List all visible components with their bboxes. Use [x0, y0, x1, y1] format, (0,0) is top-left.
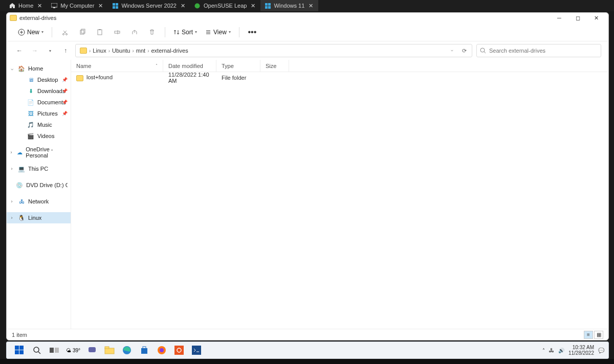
- window-titlebar[interactable]: external-drives ─ ◻ ✕: [7, 13, 608, 23]
- host-tab-mycomputer[interactable]: My Computer ✕: [47, 0, 108, 11]
- col-type[interactable]: Type: [216, 60, 260, 72]
- close-icon[interactable]: ✕: [36, 3, 43, 9]
- minimize-button[interactable]: ─: [550, 13, 568, 23]
- close-icon[interactable]: ✕: [180, 3, 186, 9]
- host-tab-winserver[interactable]: Windows Server 2022 ✕: [108, 0, 190, 11]
- sidebar-item-dvd[interactable]: 💿DVD Drive (D:) GParted: [7, 179, 71, 191]
- start-button[interactable]: [11, 343, 28, 358]
- host-tab-home[interactable]: Home ✕: [5, 0, 47, 11]
- rename-button[interactable]: [109, 25, 125, 39]
- close-icon[interactable]: ✕: [250, 3, 256, 9]
- svg-rect-9: [265, 6, 268, 9]
- clock[interactable]: 10:32 AM 11/28/2022: [568, 345, 594, 356]
- svg-point-12: [63, 33, 64, 35]
- sidebar-item-documents[interactable]: 📄Documents📌: [7, 97, 71, 108]
- edge-button[interactable]: [118, 343, 136, 358]
- col-size[interactable]: Size: [260, 60, 289, 72]
- sidebar-item-network[interactable]: ›🖧Network: [7, 196, 71, 207]
- refresh-button[interactable]: ⟳: [458, 48, 470, 54]
- forward-button[interactable]: →: [29, 44, 40, 57]
- svg-rect-31: [141, 348, 147, 354]
- sidebar-item-desktop[interactable]: 🖥Desktop📌: [7, 74, 71, 85]
- weather-widget[interactable]: 🌤39°: [66, 348, 80, 353]
- search-button[interactable]: [28, 343, 46, 358]
- svg-rect-5: [116, 6, 118, 9]
- recent-button[interactable]: ▾: [45, 44, 56, 57]
- close-icon[interactable]: ✕: [308, 3, 314, 9]
- sidebar-item-thispc[interactable]: ›💻This PC: [7, 163, 71, 174]
- sidebar-item-home[interactable]: ⌵🏠Home: [7, 63, 71, 74]
- sidebar-item-downloads[interactable]: ⬇Downloads📌: [7, 85, 71, 97]
- details-view-button[interactable]: ≡: [584, 331, 593, 339]
- sort-asc-icon: ˄: [156, 63, 158, 68]
- cut-button[interactable]: [57, 25, 73, 39]
- new-button[interactable]: New ▾: [15, 27, 47, 38]
- host-tab-opensuse[interactable]: OpenSUSE Leap ✕: [190, 0, 260, 11]
- sidebar-item-onedrive[interactable]: ›☁OneDrive - Personal: [7, 147, 71, 158]
- terminal-button[interactable]: [188, 343, 205, 358]
- close-icon[interactable]: ✕: [97, 3, 104, 9]
- sidebar-item-pictures[interactable]: 🖼Pictures📌: [7, 108, 71, 119]
- pin-icon: 📌: [62, 77, 68, 82]
- taskview-button[interactable]: [46, 343, 63, 358]
- svg-rect-28: [105, 348, 114, 354]
- paste-button[interactable]: [92, 25, 107, 39]
- system-tray: ˄ 🖧 🔊 10:32 AM 11/28/2022 💬: [542, 345, 604, 356]
- up-button[interactable]: ↑: [60, 44, 71, 57]
- back-button[interactable]: ←: [14, 44, 25, 57]
- svg-rect-7: [265, 3, 268, 6]
- share-button[interactable]: [127, 25, 142, 39]
- sidebar-item-linux[interactable]: ›🐧Linux: [7, 212, 71, 223]
- svg-rect-22: [15, 350, 19, 354]
- pc-icon: 💻: [18, 165, 25, 172]
- breadcrumb[interactable]: Linux: [91, 48, 108, 54]
- maximize-button[interactable]: ◻: [568, 13, 587, 23]
- search-input[interactable]: [489, 48, 598, 54]
- tiles-view-button[interactable]: ▦: [594, 331, 603, 339]
- music-icon: 🎵: [27, 121, 34, 128]
- sidebar-item-videos[interactable]: 🎬Videos: [7, 130, 71, 142]
- windows-icon: [265, 3, 271, 9]
- breadcrumb[interactable]: external-drives: [149, 48, 190, 54]
- svg-rect-14: [80, 30, 84, 34]
- weather-icon: 🌤: [66, 348, 71, 353]
- chevron-down-icon: ▾: [41, 30, 43, 34]
- col-name[interactable]: Name˄: [71, 60, 163, 72]
- chat-button[interactable]: [83, 343, 101, 358]
- explorer-button[interactable]: [101, 343, 118, 358]
- host-tab-win11[interactable]: Windows 11 ✕: [260, 0, 318, 11]
- col-date[interactable]: Date modified: [163, 60, 216, 72]
- address-bar[interactable]: › Linux › Ubuntu › mnt › external-drives…: [75, 44, 472, 57]
- copy-button[interactable]: [75, 25, 90, 39]
- notifications-button[interactable]: 💬: [598, 348, 604, 353]
- firefox-button[interactable]: [153, 343, 170, 358]
- breadcrumb[interactable]: mnt: [134, 48, 147, 54]
- view-button[interactable]: View ▾: [202, 27, 234, 38]
- tray-overflow-button[interactable]: ˄: [542, 348, 545, 353]
- videos-icon: 🎬: [27, 132, 34, 140]
- svg-rect-0: [51, 3, 57, 7]
- network-icon[interactable]: 🖧: [549, 348, 554, 353]
- svg-point-19: [480, 48, 485, 52]
- ubuntu-button[interactable]: [170, 343, 188, 358]
- close-button[interactable]: ✕: [587, 13, 605, 23]
- svg-rect-18: [115, 31, 120, 33]
- svg-rect-3: [116, 3, 118, 6]
- search-box[interactable]: [476, 44, 601, 57]
- svg-rect-21: [19, 346, 24, 350]
- sort-button[interactable]: Sort ▾: [170, 27, 200, 38]
- more-button[interactable]: •••: [245, 25, 260, 39]
- breadcrumb[interactable]: Ubuntu: [110, 48, 132, 54]
- sidebar-item-music[interactable]: 🎵Music: [7, 119, 71, 130]
- svg-rect-8: [268, 3, 271, 6]
- taskbar: 🌤39° ˄ 🖧 🔊 10:32 AM 11/28/2022 💬: [6, 342, 609, 359]
- volume-icon[interactable]: 🔊: [558, 348, 564, 353]
- file-row[interactable]: lost+found 11/28/2022 1:40 AM File folde…: [71, 72, 608, 83]
- svg-rect-17: [99, 29, 101, 30]
- svg-rect-20: [15, 346, 19, 350]
- delete-button[interactable]: [144, 25, 160, 39]
- store-button[interactable]: [136, 343, 153, 358]
- pin-icon: 📌: [62, 111, 68, 116]
- chevron-down-icon[interactable]: ⌵: [446, 48, 457, 54]
- nav-bar: ← → ▾ ↑ › Linux › Ubuntu › mnt › externa…: [7, 41, 608, 60]
